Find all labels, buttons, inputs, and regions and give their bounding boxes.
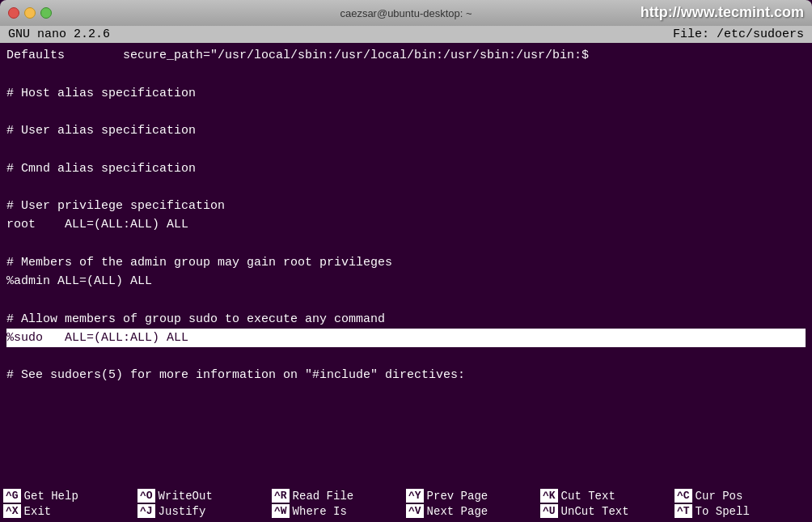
footer-item: ^XExit [3,504,129,518]
footer-key: ^O [137,489,155,503]
window-title: caezsar@ubuntu-desktop: ~ [340,7,472,19]
footer-item: ^KCut Text [540,489,666,503]
footer-label: Next Page [427,505,488,518]
footer-label: Cut Text [561,490,615,503]
content-line [6,347,806,366]
footer-row: ^GGet Help^OWriteOut^RRead File^YPrev Pa… [0,488,812,503]
footer-key: ^X [3,504,21,518]
content-line: # Cmnd alias specification [6,159,806,178]
content-line: # See sudoers(5) for more information on… [6,366,806,384]
content-line: %sudo ALL=(ALL:ALL) ALL [6,329,806,347]
content-line [6,404,806,422]
footer-key: ^T [675,504,692,518]
content-line: # User alias specification [6,121,806,140]
footer-item: ^GGet Help [3,489,129,503]
content-line: # Allow members of group sudo to execute… [6,310,806,329]
footer-key: ^C [675,489,692,503]
footer-item: ^CCur Pos [675,489,801,503]
close-button[interactable] [8,7,19,19]
content-line [6,103,806,121]
content-line [6,291,806,309]
minimize-button[interactable] [24,7,36,19]
nano-header: GNU nano 2.2.6 File: /etc/sudoers [0,26,812,43]
nano-footer: ^GGet Help^OWriteOut^RRead File^YPrev Pa… [0,485,812,522]
nano-filename: File: /etc/sudoers [673,28,804,41]
footer-item: ^WWhere Is [272,504,398,518]
footer-key: ^K [540,489,558,503]
footer-key: ^W [272,504,290,518]
content-line: root ALL=(ALL:ALL) ALL [6,215,806,234]
footer-label: Read File [293,490,354,503]
footer-label: To Spell [696,505,750,518]
title-bar: caezsar@ubuntu-desktop: ~ http://www.tec… [0,0,812,26]
content-line: # User privilege specification [6,197,806,215]
terminal-window: caezsar@ubuntu-desktop: ~ http://www.tec… [0,0,812,522]
footer-key: ^J [137,504,155,518]
content-line [6,65,806,83]
footer-key: ^U [540,504,558,518]
footer-label: Prev Page [427,490,488,503]
footer-key: ^R [272,489,290,503]
footer-item: ^RRead File [272,489,398,503]
content-line [6,385,806,404]
footer-label: Justify [159,505,206,518]
footer-key: ^V [406,504,424,518]
nano-version: GNU nano 2.2.6 [8,28,110,41]
footer-label: UnCut Text [561,505,629,518]
footer-item: ^TTo Spell [675,504,801,518]
content-line [6,235,806,253]
content-line [6,178,806,197]
footer-item: ^UUnCut Text [540,504,666,518]
footer-item: ^YPrev Page [406,489,532,503]
footer-item: ^VNext Page [406,504,532,518]
content-line: # Host alias specification [6,84,806,103]
nano-content[interactable]: Defaults secure_path="/usr/local/sbin:/u… [0,43,812,485]
footer-label: Cur Pos [696,490,743,503]
footer-label: Exit [24,505,52,518]
maximize-button[interactable] [40,7,52,19]
footer-item: ^JJustify [137,504,264,518]
content-line: Defaults secure_path="/usr/local/sbin:/u… [6,46,806,65]
watermark-text: http://www.tecmint.com [641,4,804,21]
footer-key: ^Y [406,489,424,503]
footer-label: WriteOut [159,490,213,503]
content-line: # Members of the admin group may gain ro… [6,253,806,272]
content-line [6,140,806,159]
footer-item: ^OWriteOut [137,489,264,503]
footer-label: Get Help [24,490,78,503]
footer-key: ^G [3,489,21,503]
content-line: %admin ALL=(ALL) ALL [6,272,806,291]
window-controls [8,7,52,19]
footer-label: Where Is [293,505,347,518]
footer-row: ^XExit^JJustify^WWhere Is^VNext Page^UUn… [0,503,812,519]
